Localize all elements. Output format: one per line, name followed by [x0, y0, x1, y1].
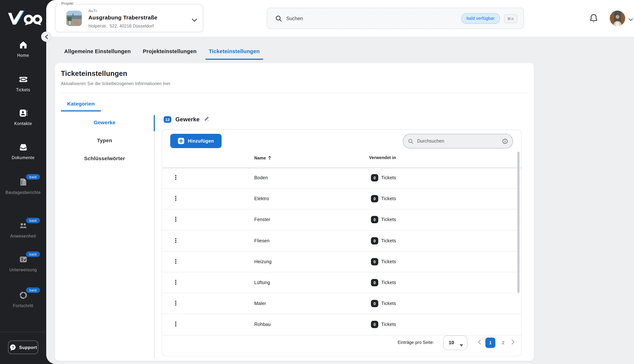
tab-projekteinstellungen[interactable]: Projekteinstellungen: [140, 45, 200, 60]
row-menu-icon[interactable]: [172, 196, 179, 202]
ticket-count-badge: 0: [371, 174, 378, 182]
ticket-settings-card: Ticketeinstellungen Aktualisieren Sie di…: [55, 63, 534, 361]
add-button[interactable]: Hinzufügen: [170, 134, 222, 148]
panel-header: 12 Gewerke: [164, 116, 210, 123]
bald-badge: bald: [26, 218, 40, 223]
sidebar-collapse-button[interactable]: [41, 32, 51, 42]
table-search: [403, 134, 513, 148]
category-item-gewerke[interactable]: Gewerke: [55, 114, 154, 132]
documents-icon: [19, 142, 28, 152]
table-row: Rohbau 0 Tickets: [162, 314, 521, 335]
row-menu-icon[interactable]: [172, 258, 179, 265]
project-address: Holperstr.. 522, 40216 Düsseldorf: [88, 24, 154, 28]
sidebar-item-label: Dokumente: [0, 155, 46, 161]
ticket-unit-label: Tickets: [381, 259, 396, 264]
count-badge: 12: [164, 116, 171, 122]
row-menu-icon[interactable]: [172, 216, 179, 223]
training-icon: bald: [19, 255, 28, 264]
row-menu-icon[interactable]: [172, 300, 179, 307]
active-category-indicator: [154, 115, 155, 131]
keyboard-shortcut: ⌘K: [504, 14, 517, 23]
project-name: Ausgrabung Traberstraße: [88, 14, 157, 20]
sidebar-item-label: Anwesenheit: [0, 233, 46, 239]
caret-down-icon: [459, 342, 463, 348]
column-header-name[interactable]: Name: [254, 156, 272, 160]
bald-badge: bald: [26, 252, 40, 257]
sidebar-item-fortschritt[interactable]: bald Fortschritt: [0, 291, 46, 309]
page-size-value: 10: [449, 340, 454, 345]
page-button-2[interactable]: 2: [498, 338, 508, 348]
sidebar-item-label: Unterweisung: [0, 267, 46, 273]
table-row: Maler 0 Tickets: [162, 293, 521, 314]
row-name: Maler: [254, 301, 266, 306]
column-header-used-in: Verwendet in: [369, 156, 396, 160]
search-icon: [275, 15, 282, 24]
sidebar-item-bautagesberichte[interactable]: bald Bautagesberichte: [0, 178, 46, 196]
page-button-1[interactable]: 1: [485, 338, 495, 348]
row-name: Boden: [254, 175, 268, 180]
table-row: Lüftung 0 Tickets: [162, 272, 521, 293]
row-name: Rohbau: [254, 322, 271, 327]
project-selector[interactable]: Projekt AuTr Ausgrabung Traberstraße: [55, 4, 203, 32]
row-menu-icon[interactable]: [172, 174, 179, 181]
sort-ascending-icon: [267, 156, 272, 160]
ticket-count-badge: 0: [371, 300, 378, 307]
row-name: Elektro: [254, 196, 269, 202]
gewerke-panel: Hinzufügen Name: [162, 130, 522, 356]
category-item-schluesselwoerter[interactable]: Schlüsselwörter: [55, 150, 154, 168]
question-icon: ?: [9, 344, 17, 351]
topbar: Projekt AuTr Ausgrabung Traberstraße: [46, 0, 634, 37]
edit-pencil-icon[interactable]: [204, 116, 210, 123]
user-avatar[interactable]: [610, 11, 625, 26]
page-title: Ticketeinstellungen: [61, 70, 127, 78]
chevron-left-icon: [44, 34, 48, 39]
table-row: Heizung 0 Tickets: [162, 252, 521, 272]
row-menu-icon[interactable]: [172, 237, 179, 244]
ticket-count-badge: 0: [371, 195, 378, 202]
sidebar-item-unterweisung[interactable]: bald Unterweisung: [0, 255, 46, 273]
chevron-down-icon: [191, 17, 197, 24]
category-divider: [154, 115, 155, 358]
sidebar-item-anwesenheit[interactable]: bald Anwesenheit: [0, 221, 46, 239]
ticket-unit-label: Tickets: [381, 175, 396, 180]
attendance-icon: bald: [19, 221, 28, 230]
user-menu-chevron-icon[interactable]: [628, 16, 633, 23]
info-icon[interactable]: [502, 138, 508, 146]
sidebar-item-label: Tickets: [0, 87, 46, 93]
category-item-typen[interactable]: Typen: [55, 132, 154, 150]
report-icon: bald: [19, 178, 28, 186]
page-size-select[interactable]: 10: [443, 336, 467, 350]
global-search: bald verfügbar ⌘K: [267, 8, 524, 29]
tab-allgemeine-einstellungen[interactable]: Allgemeine Einstellungen: [61, 45, 134, 60]
sidebar-item-dokumente[interactable]: Dokumente: [0, 142, 46, 161]
tab-ticketeinstellungen[interactable]: Ticketeinstellungen: [205, 45, 263, 60]
main-area: Projekt AuTr Ausgrabung Traberstraße: [46, 0, 634, 364]
row-name: Fliesen: [254, 238, 269, 243]
table-scrollbar[interactable]: [517, 152, 519, 293]
support-button[interactable]: ? Support: [8, 340, 38, 354]
sidebar-item-home[interactable]: Home: [0, 40, 46, 58]
support-label: Support: [19, 345, 37, 350]
search-input[interactable]: [286, 8, 426, 28]
sidebar-item-kontakte[interactable]: Kontakte: [0, 108, 46, 127]
previous-page-icon[interactable]: [476, 339, 483, 346]
row-menu-icon[interactable]: [172, 321, 179, 328]
row-menu-icon[interactable]: [172, 279, 179, 286]
ticket-icon: [19, 75, 28, 84]
home-icon: [19, 40, 28, 50]
ticket-count-badge: 0: [371, 321, 378, 328]
next-page-icon[interactable]: [510, 339, 516, 346]
ticket-unit-label: Tickets: [381, 217, 396, 222]
notifications-bell-icon[interactable]: [588, 13, 599, 24]
ticket-unit-label: Tickets: [381, 238, 396, 243]
sidebar-item-tickets[interactable]: Tickets: [0, 75, 46, 93]
project-code: AuTr: [88, 8, 97, 13]
table-search-input[interactable]: [417, 134, 491, 148]
project-field-label: Projekt: [60, 2, 75, 6]
table-row: Elektro 0 Tickets: [162, 188, 521, 209]
entries-per-page-label: Einträge pro Seite:: [398, 340, 434, 344]
page-subtitle: Aktualisieren Sie die ticketbezogenen In…: [61, 82, 171, 86]
category-list: Gewerke Typen Schlüsselwörter: [55, 114, 154, 168]
tab-kategorien[interactable]: Kategorien: [61, 98, 101, 112]
table-row: Fenster 0 Tickets: [162, 210, 521, 230]
